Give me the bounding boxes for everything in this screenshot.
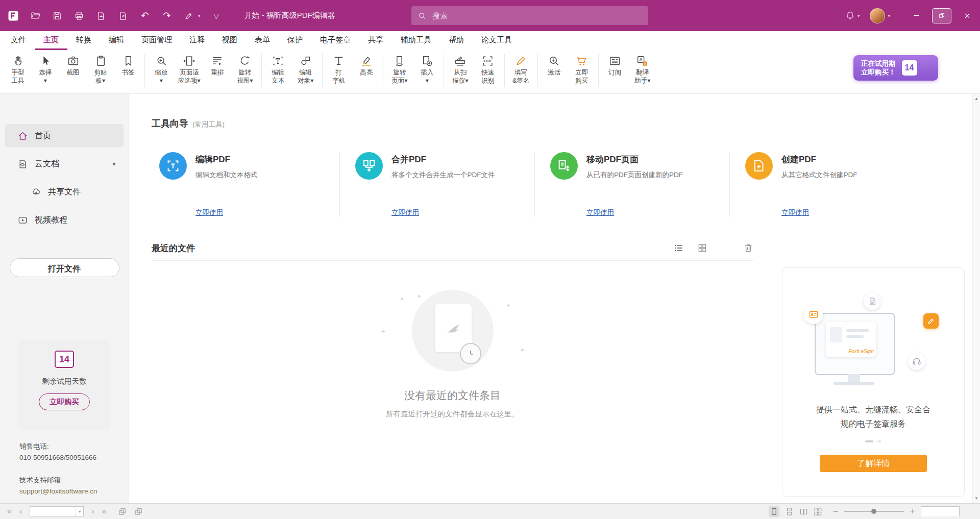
- ribbon-item-typewriter[interactable]: 打字机: [325, 53, 353, 86]
- merge-pdf-use-link[interactable]: 立即使用: [391, 208, 419, 217]
- grid-view-icon[interactable]: [697, 243, 707, 253]
- search-input[interactable]: [431, 11, 642, 20]
- menu-item-form[interactable]: 表单: [246, 31, 279, 50]
- menu-item-esign[interactable]: 电子签章: [311, 31, 359, 50]
- zoom-out-button[interactable]: −: [833, 507, 839, 516]
- ribbon-item-quick-ocr[interactable]: OCR快速识别: [474, 53, 502, 86]
- ribbon-item-select[interactable]: 选择▾: [32, 53, 59, 86]
- ribbon-item-fill-sign[interactable]: 填写&签名: [507, 53, 535, 86]
- ribbon-item-hand-tool[interactable]: 手型工具: [4, 53, 32, 86]
- last-page-icon[interactable]: »: [102, 507, 107, 515]
- zoom-slider[interactable]: [844, 508, 904, 515]
- menu-item-accessibility[interactable]: 辅助工具: [392, 31, 440, 50]
- ribbon-item-insert[interactable]: 插入▾: [413, 53, 441, 86]
- support-email-address[interactable]: support@foxitsoftware.cn: [19, 486, 97, 497]
- zoom-value-input[interactable]: [921, 507, 959, 516]
- page-number-input[interactable]: [30, 508, 76, 515]
- ribbon-item-buy-now[interactable]: 立即购买: [568, 53, 596, 86]
- redo-icon[interactable]: ↷: [161, 10, 173, 22]
- tool-card-title: 编辑PDF: [195, 154, 258, 165]
- edit-pdf-use-link[interactable]: 立即使用: [195, 208, 223, 217]
- chevron-down-icon[interactable]: ▾: [113, 161, 115, 167]
- quick-access-dropdown-icon[interactable]: ▽: [210, 10, 223, 22]
- bell-caret-icon[interactable]: ▾: [857, 13, 860, 18]
- next-view-icon[interactable]: [134, 507, 143, 516]
- trial-badge-line1: 正在试用期: [861, 59, 896, 68]
- facing-view-icon[interactable]: [799, 507, 808, 516]
- learn-more-button[interactable]: 了解详情: [820, 455, 927, 472]
- trial-purchase-badge[interactable]: 正在试用期 立即购买！ 14: [853, 55, 938, 81]
- continuous-facing-view-icon[interactable]: [814, 507, 822, 516]
- first-page-icon[interactable]: «: [7, 507, 12, 515]
- menu-item-edit[interactable]: 编辑: [100, 31, 133, 50]
- prev-view-icon[interactable]: [118, 507, 127, 516]
- save-icon[interactable]: [51, 10, 63, 22]
- ribbon-item-highlight[interactable]: 高亮: [353, 53, 380, 78]
- sidebar-item-shared-files[interactable]: 共享文件: [5, 180, 124, 204]
- zoom-slider-thumb[interactable]: [871, 509, 876, 514]
- snapshot-icon: [67, 54, 80, 68]
- print-icon[interactable]: [73, 10, 85, 22]
- esign-tool-icon[interactable]: [183, 10, 195, 22]
- ribbon-item-rotate-pages[interactable]: 旋转页面▾: [386, 53, 413, 86]
- menu-item-view[interactable]: 视图: [213, 31, 246, 50]
- ribbon-item-edit-text[interactable]: 编辑文本: [264, 53, 292, 86]
- close-button[interactable]: [954, 0, 980, 31]
- menu-item-page-manage[interactable]: 页面管理: [133, 31, 181, 50]
- delete-recent-icon[interactable]: [743, 243, 753, 253]
- ribbon-item-activate[interactable]: 激活: [541, 53, 568, 78]
- scroll-down-icon[interactable]: ▼: [973, 496, 980, 501]
- ribbon: 手型工具选择▾截图剪贴板▾书签缩放▾页面适应选项▾重排旋转视图▾编辑文本编辑对象…: [0, 50, 980, 94]
- menu-item-paper-tools[interactable]: 论文工具: [473, 31, 521, 50]
- single-page-view-icon[interactable]: [769, 506, 779, 517]
- ribbon-item-clipboard[interactable]: 剪贴板▾: [87, 53, 114, 86]
- prev-page-icon[interactable]: ‹: [19, 507, 22, 515]
- carousel-dot-active[interactable]: [865, 440, 873, 442]
- convert-icon[interactable]: [95, 10, 107, 22]
- next-page-icon[interactable]: ›: [91, 507, 94, 515]
- continuous-view-icon[interactable]: [785, 507, 794, 516]
- menu-item-file[interactable]: 文件: [2, 31, 35, 50]
- menu-item-comment[interactable]: 注释: [181, 31, 213, 50]
- move-pdf-pages-use-link[interactable]: 立即使用: [586, 208, 614, 217]
- scroll-up-icon[interactable]: ▲: [973, 96, 980, 101]
- sidebar-item-cloud-docs[interactable]: 云文档▾: [5, 152, 124, 176]
- ribbon-group-divider: [383, 54, 383, 87]
- ribbon-item-rotate-view[interactable]: 旋转视图▾: [231, 53, 259, 86]
- undo-icon[interactable]: ↶: [139, 10, 151, 22]
- carousel-dot[interactable]: [877, 440, 881, 442]
- page-dropdown-icon[interactable]: ▾: [76, 507, 83, 516]
- menu-item-convert[interactable]: 转换: [67, 31, 100, 50]
- ribbon-item-fit-page-options[interactable]: 页面适应选项▾: [175, 53, 204, 86]
- ribbon-item-subscribe[interactable]: 订阅: [601, 53, 629, 78]
- ribbon-item-edit-object[interactable]: 编辑对象▾: [292, 53, 320, 86]
- sidebar-item-video-tutorials[interactable]: 视频教程: [5, 208, 124, 232]
- restore-window-button[interactable]: [929, 0, 954, 31]
- ribbon-item-bookmark[interactable]: 书签: [114, 53, 142, 78]
- menu-item-home[interactable]: 主页: [35, 31, 67, 50]
- menu-item-protect[interactable]: 保护: [279, 31, 311, 50]
- export-icon[interactable]: [117, 10, 129, 22]
- vertical-scrollbar[interactable]: ▲ ▼: [972, 94, 980, 503]
- ribbon-item-zoom[interactable]: 缩放▾: [148, 53, 175, 86]
- create-pdf-use-link[interactable]: 立即使用: [781, 208, 809, 217]
- search-box[interactable]: [411, 6, 648, 25]
- minimize-button[interactable]: [903, 0, 929, 31]
- fit-screen-icon[interactable]: [965, 507, 974, 516]
- ribbon-item-reflow[interactable]: 重排: [204, 53, 231, 78]
- esign-caret-icon[interactable]: ▾: [198, 13, 201, 18]
- open-file-button[interactable]: 打开文件: [10, 258, 119, 277]
- sidebar-item-home[interactable]: 首页: [5, 124, 124, 147]
- menu-item-help[interactable]: 帮助: [440, 31, 473, 50]
- ribbon-item-translate-assistant[interactable]: A文翻译助手▾: [629, 53, 656, 86]
- zoom-in-button[interactable]: +: [910, 507, 915, 516]
- notifications-bell-icon[interactable]: [844, 10, 856, 22]
- ribbon-item-from-scanner[interactable]: 从扫描仪▾: [447, 53, 474, 86]
- list-view-icon[interactable]: [674, 243, 684, 253]
- menu-item-share[interactable]: 共享: [359, 31, 392, 50]
- avatar-caret-icon[interactable]: ▾: [888, 13, 890, 18]
- user-avatar[interactable]: [870, 8, 885, 23]
- ribbon-item-snapshot[interactable]: 截图: [59, 53, 87, 78]
- buy-now-button[interactable]: 立即购买: [39, 393, 90, 410]
- open-file-icon[interactable]: [29, 10, 41, 22]
